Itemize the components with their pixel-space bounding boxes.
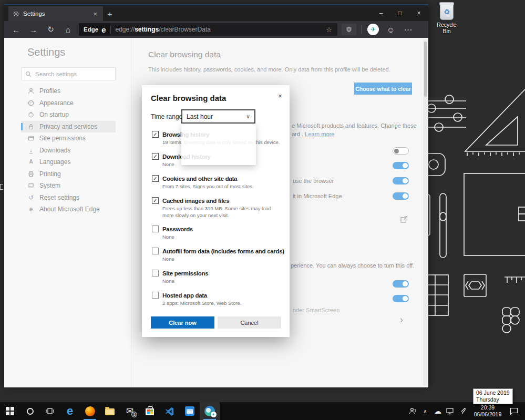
edge-icon: e — [67, 405, 73, 417]
folder-icon — [105, 408, 115, 415]
checkbox[interactable]: ✓ — [152, 197, 159, 204]
clear-now-button[interactable]: Clear now — [151, 316, 214, 329]
settings-menu-icon[interactable]: ··· — [399, 26, 417, 34]
row-autofill: Autofill form data (includes forms and c… — [152, 247, 283, 263]
desktop: ♻ Recycle Bin Settings × + — [0, 0, 525, 420]
home-icon[interactable]: ⌂ — [59, 23, 77, 36]
firefox-icon — [85, 406, 95, 416]
forward-icon[interactable]: → — [25, 23, 42, 36]
new-tab-button[interactable]: + — [103, 6, 117, 21]
feedback-smiley-icon[interactable]: ☺ — [382, 25, 399, 34]
taskbar-blue-app[interactable] — [180, 402, 200, 420]
taskbar-store[interactable] — [140, 402, 160, 420]
url-text: edge://settings/clearBrowserData — [115, 26, 321, 33]
checkbox[interactable] — [152, 248, 159, 254]
extension-badge-icon: ✈ — [211, 412, 217, 417]
recycle-icon: ♻ — [444, 8, 450, 15]
microsoft-store-icon — [146, 408, 154, 415]
address-separator — [110, 26, 111, 34]
checkbox[interactable] — [152, 226, 159, 232]
tooltip-day: Thursday — [476, 396, 510, 403]
row-site-permissions: Site permissions None — [152, 269, 283, 285]
checkbox[interactable]: ✓ — [152, 131, 159, 138]
tooltip-date: 06 June 2019 — [476, 390, 510, 396]
taskbar-edge-insider[interactable]: ✈ — [200, 402, 220, 420]
cancel-button[interactable]: Cancel — [218, 316, 281, 329]
clear-browsing-data-dialog: Clear browsing data × Time range Last ho… — [142, 85, 290, 337]
taskbar-clock[interactable]: 20:39 06/06/2019 — [471, 404, 504, 418]
windows-logo-icon — [6, 407, 14, 415]
time-range-label: Time range — [151, 113, 182, 120]
task-view-button[interactable] — [40, 402, 60, 420]
recycle-bin-icon: ♻ — [440, 3, 454, 20]
window-controls: – □ × — [372, 5, 428, 21]
system-tray: ∧ ☁ 20:39 06/06/2019 — [406, 402, 525, 420]
edge-badge: Edge e — [79, 23, 110, 36]
page-scrollbar[interactable] — [423, 39, 427, 386]
address-bar[interactable]: Edge e edge://settings/clearBrowserData … — [79, 23, 337, 36]
refresh-icon[interactable]: ↻ — [42, 23, 59, 36]
edge-insider-icon: ✈ — [204, 406, 215, 416]
taskbar-edge[interactable]: e — [60, 402, 80, 420]
tray-expand-icon[interactable]: ∧ — [419, 402, 431, 420]
browser-window: Settings × + – □ × ← → ↻ ⌂ Edge e edge:/… — [4, 4, 428, 386]
time-range-dropdown-panel[interactable] — [181, 124, 256, 165]
time-range-select[interactable]: Last hour ∨ — [181, 109, 255, 124]
row-passwords: Passwords None — [152, 225, 283, 241]
taskbar-mail[interactable]: ✉ 1 — [120, 402, 140, 420]
tab-close-icon[interactable]: × — [91, 10, 99, 18]
task-view-icon — [46, 407, 54, 415]
scrollbar-thumb[interactable] — [424, 42, 427, 97]
row-cookies: ✓ Cookies and other site data From 7 sit… — [152, 175, 283, 190]
dialog-close-icon[interactable]: × — [275, 90, 285, 101]
action-center-icon[interactable] — [506, 402, 522, 420]
row-hosted-app-data: Hosted app data 2 apps: Microsoft Store,… — [152, 291, 283, 307]
network-display-icon[interactable] — [444, 402, 457, 420]
mail-icon: ✉ 1 — [126, 407, 133, 416]
maximize-button[interactable]: □ — [390, 5, 409, 21]
gear-icon — [13, 11, 19, 17]
cortana-button[interactable] — [20, 402, 40, 420]
chevron-down-icon: ∨ — [246, 113, 250, 120]
desktop-wallpaper-art — [428, 0, 525, 402]
back-icon[interactable]: ← — [7, 23, 25, 36]
toolbar-right-icons: ✈ ☺ ··· — [339, 24, 417, 35]
onedrive-cloud-icon[interactable]: ☁ — [431, 402, 444, 420]
recycle-bin-shortcut[interactable]: ♻ Recycle Bin — [433, 3, 460, 34]
blue-app-icon — [185, 406, 194, 416]
checkbox[interactable]: ✓ — [152, 175, 159, 182]
cortana-icon — [27, 408, 34, 415]
checkbox[interactable]: ✓ — [152, 153, 159, 160]
close-button[interactable]: × — [409, 5, 428, 21]
visual-studio-icon — [165, 406, 174, 416]
tab-title: Settings — [23, 11, 91, 17]
clock-tooltip: 06 June 2019 Thursday — [473, 388, 513, 404]
people-icon[interactable] — [406, 402, 419, 420]
windows-ink-pen-icon[interactable] — [457, 402, 469, 420]
row-cached-images: ✓ Cached images and files Frees up less … — [152, 197, 283, 219]
taskbar-visual-studio[interactable] — [160, 402, 180, 420]
mail-badge: 1 — [131, 412, 137, 417]
clock-time: 20:39 — [471, 404, 504, 411]
settings-page: Settings Profiles Appearance — [4, 38, 428, 387]
toolbar-separator — [361, 25, 362, 34]
minimize-button[interactable]: – — [372, 5, 390, 21]
airplane-extension-icon[interactable]: ✈ — [367, 24, 379, 35]
clock-date: 06/06/2019 — [471, 411, 504, 418]
recycle-bin-label: Recycle Bin — [433, 22, 460, 34]
tab-strip: Settings × + – □ × — [4, 5, 428, 21]
browser-toolbar: ← → ↻ ⌂ Edge e edge://settings/clearBrow… — [4, 21, 428, 38]
time-range-value: Last hour — [187, 113, 213, 120]
edge-logo-icon: e — [101, 26, 106, 34]
wallpaper-bracket-shape — [0, 184, 3, 190]
start-button[interactable] — [0, 402, 20, 420]
tracking-prevention-shield-icon[interactable] — [342, 24, 356, 35]
edge-badge-label: Edge — [84, 26, 98, 33]
taskbar-firefox[interactable] — [80, 402, 100, 420]
tab-settings[interactable]: Settings × — [8, 6, 103, 21]
dialog-title: Clear browsing data — [151, 94, 226, 103]
favorite-star-icon[interactable]: ☆ — [321, 26, 337, 34]
taskbar-file-explorer[interactable] — [100, 402, 120, 420]
checkbox[interactable] — [152, 292, 159, 299]
checkbox[interactable] — [152, 270, 159, 276]
